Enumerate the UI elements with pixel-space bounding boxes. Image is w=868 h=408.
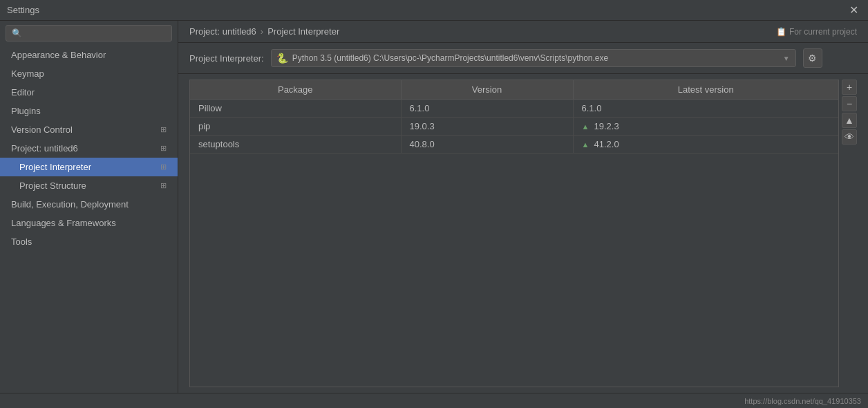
sidebar-item-label: Languages & Frameworks	[11, 218, 116, 228]
main-content: Appearance & BehaviorKeymapEditorPlugins…	[0, 21, 868, 393]
sidebar-item-appearance-behavior[interactable]: Appearance & Behavior	[0, 46, 178, 64]
breadcrumb-note: 📋 For current project	[776, 27, 857, 37]
add-package-button[interactable]: +	[842, 80, 857, 95]
sidebar-item-keymap[interactable]: Keymap	[0, 64, 178, 83]
sidebar-item-build-execution[interactable]: Build, Execution, Deployment	[0, 195, 178, 214]
package-version: 6.1.0	[401, 100, 573, 118]
right-panel: Project: untitled6 › Project Interpreter…	[178, 21, 868, 393]
sidebar-item-project-interpreter[interactable]: Project Interpreter⊞	[0, 158, 178, 176]
package-latest-version: ▲ 41.2.0	[573, 136, 838, 154]
window-title: Settings	[7, 5, 39, 15]
interpreter-label: Project Interpreter:	[189, 53, 264, 64]
table-row[interactable]: Pillow6.1.06.1.0	[190, 100, 838, 118]
breadcrumb-current: Project Interpreter	[267, 26, 339, 37]
sidebar-item-icon: ⊞	[160, 163, 167, 171]
col-latest: Latest version	[573, 80, 838, 100]
remove-package-button[interactable]: −	[842, 96, 857, 111]
package-latest-version: ▲ 19.2.3	[573, 118, 838, 136]
breadcrumb-parent: Project: untitled6	[189, 26, 256, 37]
interpreter-row: Project Interpreter: 🐍 Python 3.5 (untit…	[178, 43, 868, 74]
close-button[interactable]: ✕	[847, 3, 861, 17]
upgrade-arrow-icon: ▲	[582, 122, 592, 131]
sidebar-item-label: Editor	[11, 87, 35, 98]
table-row[interactable]: setuptools40.8.0▲ 41.2.0	[190, 136, 838, 154]
breadcrumb: Project: untitled6 › Project Interpreter…	[178, 21, 868, 43]
show-details-button[interactable]: 👁	[842, 129, 857, 145]
packages-table: Package Version Latest version Pillow6.1…	[190, 80, 838, 154]
sidebar-item-icon: ⊞	[160, 181, 167, 190]
col-package: Package	[190, 80, 401, 100]
sidebar-item-languages-frameworks[interactable]: Languages & Frameworks	[0, 214, 178, 232]
sidebar-item-label: Plugins	[11, 106, 41, 116]
upgrade-package-button[interactable]: ▲	[842, 113, 857, 128]
sidebar-item-plugins[interactable]: Plugins	[0, 102, 178, 120]
sidebar-item-label: Project: untitled6	[11, 143, 78, 154]
sidebar-item-label: Keymap	[11, 68, 44, 79]
packages-table-container: Package Version Latest version Pillow6.1…	[189, 80, 839, 387]
package-version: 40.8.0	[401, 136, 573, 154]
dropdown-arrow-icon: ▼	[783, 55, 790, 62]
sidebar-item-icon: ⊞	[160, 125, 167, 134]
sidebar-item-version-control[interactable]: Version Control⊞	[0, 120, 178, 139]
side-actions: + − ▲ 👁	[842, 80, 857, 387]
sidebar-item-tools[interactable]: Tools	[0, 232, 178, 251]
interpreter-select-text: 🐍 Python 3.5 (untitled6) C:\Users\pc-\Py…	[277, 53, 609, 64]
sidebar-items: Appearance & BehaviorKeymapEditorPlugins…	[0, 46, 178, 251]
sidebar-item-label: Tools	[11, 237, 32, 247]
sidebar-item-project-structure[interactable]: Project Structure⊞	[0, 176, 178, 195]
interpreter-path: Python 3.5 (untitled6) C:\Users\pc-\Pych…	[292, 53, 609, 63]
sidebar-item-label: Appearance & Behavior	[11, 50, 106, 60]
package-name: Pillow	[190, 100, 401, 118]
package-name: setuptools	[190, 136, 401, 154]
table-area: Package Version Latest version Pillow6.1…	[189, 80, 857, 387]
sidebar-item-icon: ⊞	[160, 144, 167, 153]
sidebar-item-label: Project Structure	[19, 180, 86, 191]
note-text: For current project	[789, 27, 857, 37]
python-icon: 🐍	[277, 53, 288, 64]
sidebar-item-label: Build, Execution, Deployment	[11, 199, 129, 210]
package-latest-version: 6.1.0	[573, 100, 838, 118]
interpreter-select[interactable]: 🐍 Python 3.5 (untitled6) C:\Users\pc-\Py…	[271, 49, 796, 67]
breadcrumb-separator: ›	[261, 26, 263, 37]
sidebar-item-editor[interactable]: Editor	[0, 83, 178, 102]
sidebar-item-label: Version Control	[11, 124, 73, 135]
title-bar: Settings ✕	[0, 0, 868, 21]
status-bar: https://blog.csdn.net/qq_41910353	[0, 393, 868, 408]
packages-tbody: Pillow6.1.06.1.0pip19.0.3▲ 19.2.3setupto…	[190, 100, 838, 154]
package-version: 19.0.3	[401, 118, 573, 136]
table-row[interactable]: pip19.0.3▲ 19.2.3	[190, 118, 838, 136]
note-icon: 📋	[776, 27, 786, 37]
upgrade-arrow-icon: ▲	[582, 140, 592, 149]
col-version: Version	[401, 80, 573, 100]
sidebar-item-project-untitled6[interactable]: Project: untitled6⊞	[0, 139, 178, 158]
sidebar-item-label: Project Interpreter	[19, 162, 91, 172]
gear-button[interactable]: ⚙	[803, 48, 822, 68]
table-header-row: Package Version Latest version	[190, 80, 838, 100]
sidebar: Appearance & BehaviorKeymapEditorPlugins…	[0, 21, 178, 393]
search-input[interactable]	[6, 25, 172, 41]
status-url: https://blog.csdn.net/qq_41910353	[744, 397, 861, 405]
package-name: pip	[190, 118, 401, 136]
